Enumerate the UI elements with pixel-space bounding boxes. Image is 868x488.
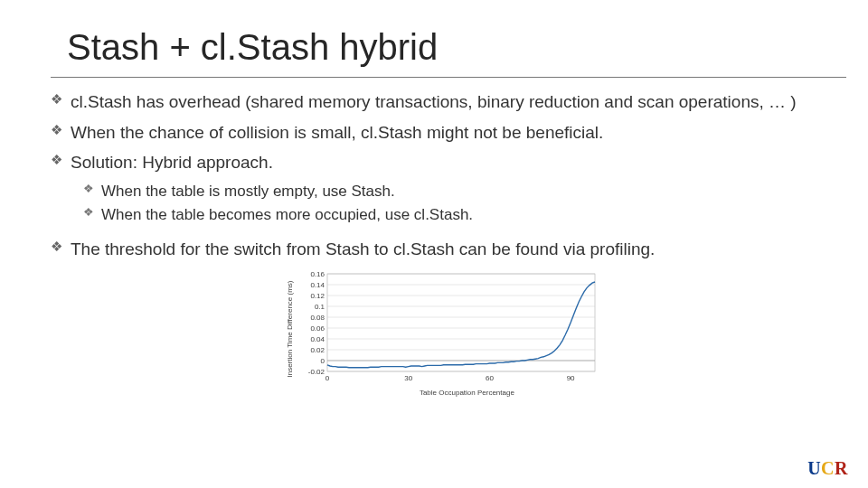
svg-text:0.14: 0.14 [310,281,325,289]
svg-text:0: 0 [321,357,326,365]
chart-x-axis-label: Table Occupation Percentage [420,389,514,397]
svg-text:0.12: 0.12 [310,292,325,300]
bullet-list: cl.Stash has overhead (shared memory tra… [51,87,846,178]
svg-text:0: 0 [326,374,330,382]
svg-text:0.06: 0.06 [310,324,325,333]
logo-letter: U [807,458,821,478]
ucr-logo: UCR [807,458,848,479]
svg-text:90: 90 [567,374,575,382]
svg-text:-0.02: -0.02 [308,368,326,376]
svg-text:30: 30 [404,374,412,382]
svg-text:0.16: 0.16 [310,270,325,278]
sub-bullet-list: When the table is mostly empty, use Stas… [83,180,846,227]
svg-rect-0 [327,274,595,371]
bullet-item: Solution: Hybrid approach. [51,147,846,178]
svg-text:60: 60 [486,374,494,382]
svg-text:0.02: 0.02 [310,346,325,354]
line-chart: Insertion Time Difference (ms) Table Occ… [295,270,602,388]
bullet-item: cl.Stash has overhead (shared memory tra… [51,87,846,117]
bullet-list-continued: The threshold for the switch from Stash … [51,234,846,265]
chart-y-axis-label: Insertion Time Difference (ms) [286,280,294,377]
svg-text:0.04: 0.04 [310,335,325,343]
sub-bullet-item: When the table is mostly empty, use Stas… [83,180,846,203]
bullet-item: The threshold for the switch from Stash … [51,234,846,265]
svg-text:0.1: 0.1 [315,303,326,311]
chart-svg: -0.0200.020.040.060.080.10.120.140.16030… [295,270,602,388]
logo-letter: C [821,458,835,478]
logo-letter: R [835,458,848,478]
sub-bullet-item: When the table becomes more occupied, us… [83,203,846,227]
bullet-item: When the chance of collision is small, c… [51,117,846,148]
svg-text:0.08: 0.08 [310,314,325,322]
slide-title: Stash + cl.Stash hybrid [51,22,846,78]
